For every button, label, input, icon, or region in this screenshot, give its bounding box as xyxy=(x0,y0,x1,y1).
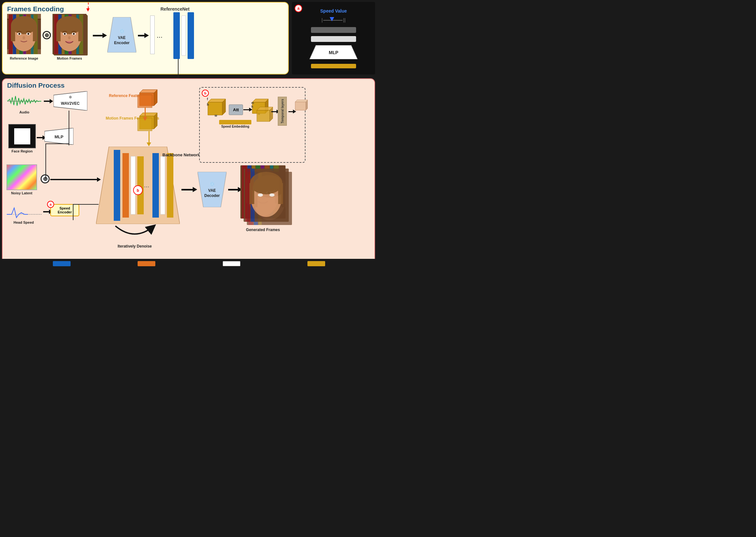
legend-bar xyxy=(0,259,378,268)
svg-rect-15 xyxy=(33,25,37,41)
face-region-label: Face Region xyxy=(8,149,36,153)
svg-point-20 xyxy=(22,36,25,39)
svg-point-92 xyxy=(258,193,263,197)
arrow-sum-backbone xyxy=(50,177,101,182)
dots-separator: ··· xyxy=(157,33,162,41)
svg-point-36 xyxy=(64,33,66,35)
arrow-after-vae xyxy=(138,33,149,38)
svg-text:b: b xyxy=(137,188,139,193)
motion-feat-cube xyxy=(136,111,159,134)
fhw-cube: f h w xyxy=(206,96,227,118)
plus-symbol: ⊕ xyxy=(43,31,51,39)
svg-marker-122 xyxy=(295,100,308,102)
blue-feat-col-1 xyxy=(173,12,180,59)
second-cube xyxy=(255,105,273,124)
svg-point-89 xyxy=(250,172,282,194)
svg-rect-90 xyxy=(250,183,254,204)
svg-marker-121 xyxy=(295,102,306,110)
audio-label: Audio xyxy=(6,110,43,114)
svg-point-37 xyxy=(73,33,75,35)
backbone-network: ··· b xyxy=(96,147,180,225)
gold-bar xyxy=(311,64,356,68)
svg-rect-91 xyxy=(278,183,283,204)
noisy-latent-input: Noisy Latent xyxy=(6,164,37,195)
svg-marker-112 xyxy=(208,102,222,115)
full-layout: Frames Encoding xyxy=(0,0,378,268)
blue-feat-col-2 xyxy=(187,12,194,59)
svg-rect-68 xyxy=(160,156,165,214)
speed-value-label: Speed Value xyxy=(320,8,347,14)
motion-frames-svg xyxy=(53,14,86,54)
temporal-layers: Temporal layers xyxy=(278,97,287,126)
legend-item-white xyxy=(223,261,240,266)
yellow-arrow-down xyxy=(147,131,151,146)
svg-text:VAE: VAE xyxy=(118,35,126,40)
iteratively-denoise-label: Iteratively Denoise xyxy=(112,244,157,249)
legend-item-orange xyxy=(138,261,155,266)
line-mlp-down xyxy=(45,144,69,144)
legend-color-orange xyxy=(138,261,155,266)
svg-text:MLP: MLP xyxy=(329,50,338,55)
svg-marker-118 xyxy=(257,110,270,121)
badge-a-speed: a xyxy=(47,201,54,208)
frames-encoding-title: Frames Encoding xyxy=(7,5,64,13)
temporal-layers-label: Temporal layers xyxy=(281,99,284,123)
sum-circle: ⊕ xyxy=(41,174,50,184)
speed-panel: a Speed Value MLP xyxy=(292,2,375,74)
svg-text:❄️: ❄️ xyxy=(119,28,125,34)
svg-text:❄: ❄ xyxy=(69,95,72,100)
speed-embedding-bar xyxy=(219,120,251,124)
connector-line-down xyxy=(178,59,179,78)
svg-text:···: ··· xyxy=(144,183,149,190)
svg-text:VAE: VAE xyxy=(208,188,216,193)
svg-marker-56 xyxy=(138,95,152,108)
legend-color-white xyxy=(223,261,240,266)
vae-encoder: ❄️ VAE Encoder xyxy=(107,17,136,54)
arrow-backbone-vae xyxy=(181,187,197,192)
legend-item-blue xyxy=(53,261,70,266)
svg-rect-69 xyxy=(167,153,173,218)
svg-point-93 xyxy=(269,193,275,197)
line-speed-encoder-up xyxy=(73,204,73,220)
wav2vec-box: ❄ WAV2VEC xyxy=(54,91,87,112)
motion-frames-label: Motion Frames xyxy=(53,57,86,60)
legend-color-blue xyxy=(53,261,70,266)
red-arrow-down xyxy=(86,8,90,12)
svg-rect-86 xyxy=(245,169,250,222)
noisy-latent-label: Noisy Latent xyxy=(6,191,37,195)
svg-marker-46 xyxy=(54,91,87,110)
svg-rect-33 xyxy=(78,25,83,41)
head-speed-label: Head Speed xyxy=(5,221,42,224)
line-speed-encoder-horizontal xyxy=(73,204,99,205)
white-feat-col-1 xyxy=(150,16,155,54)
white-feat-col-2 xyxy=(181,16,186,56)
att-box: Att xyxy=(229,104,243,115)
diffusion-process-panel: Diffusion Process Audio ❄ WAV2VEC xyxy=(2,78,375,264)
mlp-box: MLP xyxy=(309,45,358,61)
svg-rect-63 xyxy=(122,153,129,218)
svg-text:WAV2VEC: WAV2VEC xyxy=(61,101,80,106)
red-dashed-arrow-top xyxy=(88,3,89,8)
legend-color-yellow xyxy=(307,261,325,266)
speed-slider xyxy=(322,18,345,22)
white-bar xyxy=(311,36,356,42)
svg-rect-62 xyxy=(114,150,120,221)
iterative-denoise: Iteratively Denoise xyxy=(112,223,157,249)
ref-feat-cube xyxy=(136,88,159,110)
head-speed-input: Head Speed xyxy=(5,203,42,224)
svg-rect-32 xyxy=(57,25,60,41)
svg-point-18 xyxy=(19,33,20,35)
detail-box: b f h w Att Speed Embedding xyxy=(199,87,305,163)
motion-frames-container: Motion Frames xyxy=(53,14,86,60)
generated-frames-label: Generated Frames xyxy=(240,227,286,232)
svg-point-19 xyxy=(27,33,29,35)
svg-text:Decoder: Decoder xyxy=(204,193,220,198)
frames-encoding-panel: Frames Encoding xyxy=(2,2,289,74)
backbone-label: Backbone Network xyxy=(162,152,200,158)
speed-embedding-label: Speed Embedding xyxy=(219,125,251,128)
svg-point-38 xyxy=(68,36,70,39)
face-region-input: Face Region xyxy=(8,124,36,153)
reference-image-container: Reference Image xyxy=(7,14,41,60)
reference-image-svg xyxy=(7,14,41,54)
svg-text:Encoder: Encoder xyxy=(114,41,130,45)
